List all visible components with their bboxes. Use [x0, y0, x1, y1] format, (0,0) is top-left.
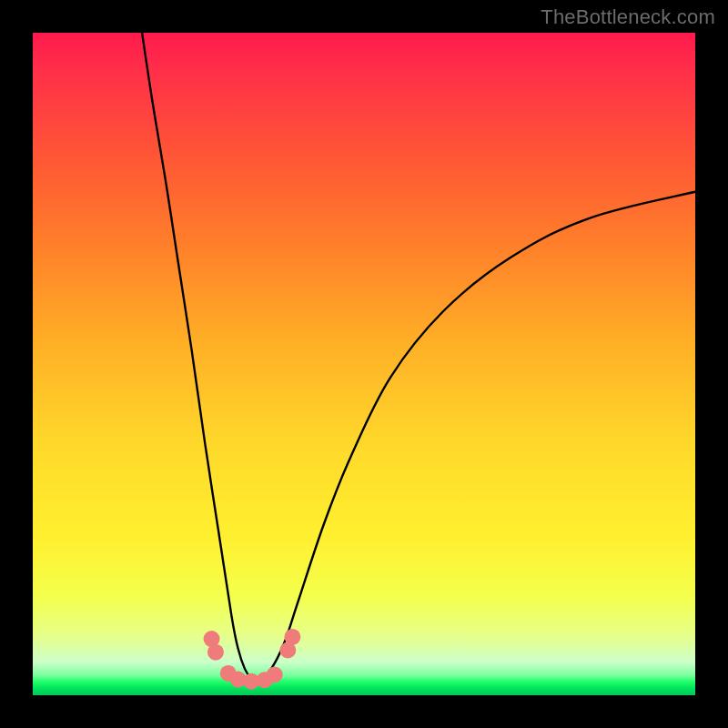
- marker-dot: [267, 666, 283, 682]
- marker-group: [204, 629, 301, 690]
- watermark-text: TheBottleneck.com: [541, 5, 715, 29]
- curve-left-branch: [142, 33, 258, 682]
- curve-layer: [33, 33, 695, 695]
- curve-right-branch: [258, 192, 695, 682]
- marker-dot: [284, 629, 300, 645]
- chart-frame: TheBottleneck.com: [0, 0, 728, 728]
- plot-area: [33, 33, 695, 695]
- marker-dot: [207, 644, 224, 661]
